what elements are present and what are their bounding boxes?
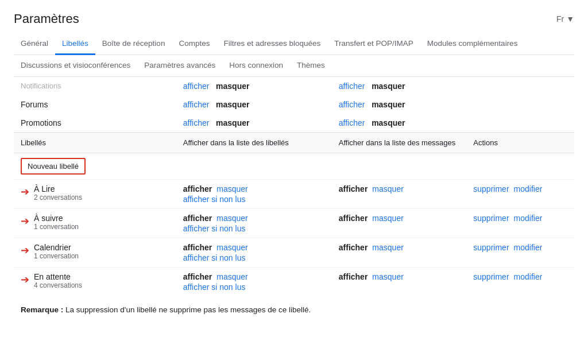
forums-show-col1[interactable]: afficher: [183, 100, 210, 109]
new-label-button[interactable]: Nouveau libellé: [21, 158, 86, 175]
label-show-col2: afficher: [339, 243, 368, 252]
col-header-show-messages: Afficher dans la liste des messages: [332, 133, 467, 153]
label-conversations: 1 conversation: [34, 223, 131, 231]
col-header-actions: Actions: [466, 133, 574, 153]
tab-addons[interactable]: Modules complémentaires: [420, 33, 525, 55]
label-edit[interactable]: modifier: [514, 272, 543, 281]
remark-row: Remarque : La suppression d'un libellé n…: [14, 296, 574, 319]
label-edit[interactable]: modifier: [514, 184, 543, 193]
table-row: Promotions afficher masquer afficher mas…: [14, 114, 574, 133]
tab-libelles[interactable]: Libellés: [55, 33, 95, 55]
label-show-col2: afficher: [339, 214, 368, 223]
label-show-col1: afficher: [183, 184, 212, 193]
table-row: Forums afficher masquer afficher masquer: [14, 95, 574, 114]
secondary-nav: Discussions et visioconférences Paramètr…: [14, 55, 574, 77]
label-if-unread-col1[interactable]: afficher si non lus: [183, 195, 246, 204]
notifications-show-col2[interactable]: afficher: [339, 82, 365, 91]
label-conversations: 4 conversations: [34, 281, 131, 289]
tab-filters[interactable]: Filtres et adresses bloquées: [216, 33, 327, 55]
label-name: À suivre: [34, 214, 131, 223]
label-if-unread-col1[interactable]: afficher si non lus: [183, 282, 246, 292]
label-if-unread-col1[interactable]: afficher si non lus: [183, 224, 246, 233]
label-show-col2: afficher: [339, 184, 368, 193]
remark-bold-label: Remarque :: [21, 305, 63, 314]
arrow-icon: ➔: [21, 273, 29, 286]
tab-accounts[interactable]: Comptes: [172, 33, 216, 55]
label-if-unread-col1[interactable]: afficher si non lus: [183, 253, 246, 262]
chevron-down-icon: ▼: [566, 14, 574, 24]
label-name: En attente: [34, 272, 131, 281]
tab-general[interactable]: Général: [14, 33, 55, 55]
label-hide-col2[interactable]: masquer: [372, 214, 403, 223]
tab-offline[interactable]: Hors connexion: [222, 55, 290, 77]
table-row: ➔ À Lire 2 conversations afficher masque…: [14, 180, 574, 209]
label-hide-col1[interactable]: masquer: [216, 243, 247, 252]
tab-advanced[interactable]: Paramètres avancés: [137, 55, 222, 77]
label-hide-col1[interactable]: masquer: [216, 272, 247, 281]
label-show-col2: afficher: [339, 272, 368, 281]
label-conversations: 1 conversation: [34, 252, 131, 260]
table-row: ➔ Calendrier 1 conversation afficher mas…: [14, 238, 574, 268]
label-show-col1: afficher: [183, 243, 212, 252]
notifications-show-col1[interactable]: afficher: [183, 82, 210, 91]
page-title: Paramètres: [14, 11, 79, 26]
label-hide-col2[interactable]: masquer: [372, 272, 403, 281]
arrow-icon: ➔: [21, 215, 29, 227]
label-hide-col2[interactable]: masquer: [372, 243, 403, 252]
label-delete[interactable]: supprimer: [473, 214, 509, 223]
labels-section-title: Libellés: [14, 133, 176, 153]
labels-section-header: Libellés Afficher dans la liste des libe…: [14, 133, 574, 153]
label-delete[interactable]: supprimer: [473, 272, 509, 281]
label-edit[interactable]: modifier: [514, 243, 543, 252]
lang-label: Fr: [556, 14, 564, 24]
tab-forwarding[interactable]: Transfert et POP/IMAP: [327, 33, 420, 55]
remark-text: La suppression d'un libellé ne supprime …: [65, 305, 311, 314]
tab-discussions[interactable]: Discussions et visioconférences: [14, 55, 137, 77]
primary-nav: Général Libellés Boîte de réception Comp…: [14, 33, 574, 55]
tab-inbox[interactable]: Boîte de réception: [95, 33, 172, 55]
forums-show-col2[interactable]: afficher: [339, 100, 365, 109]
label-hide-col2[interactable]: masquer: [372, 184, 403, 193]
arrow-icon: ➔: [21, 185, 29, 198]
label-delete[interactable]: supprimer: [473, 243, 509, 252]
lang-selector[interactable]: Fr ▼: [556, 14, 574, 24]
label-name: Calendrier: [34, 243, 131, 252]
arrow-icon: ➔: [21, 244, 29, 257]
label-hide-col1[interactable]: masquer: [216, 184, 247, 193]
table-row: Notifications afficher masquer afficher …: [14, 77, 574, 95]
label-show-col1: afficher: [183, 214, 212, 223]
table-row: ➔ À suivre 1 conversation afficher masqu…: [14, 209, 574, 238]
label-show-col1: afficher: [183, 272, 212, 281]
label-delete[interactable]: supprimer: [473, 184, 509, 193]
new-label-row: Nouveau libellé: [14, 153, 574, 180]
promotions-show-col2[interactable]: afficher: [339, 118, 365, 127]
col-header-show-list: Afficher dans la liste des libellés: [176, 133, 332, 153]
tab-themes[interactable]: Thèmes: [290, 55, 332, 77]
table-row: ➔ En attente 4 conversations afficher ma…: [14, 268, 574, 297]
promotions-show-col1[interactable]: afficher: [183, 118, 210, 127]
label-name: À Lire: [34, 184, 131, 193]
label-conversations: 2 conversations: [34, 193, 131, 202]
label-hide-col1[interactable]: masquer: [216, 214, 247, 223]
label-edit[interactable]: modifier: [514, 214, 543, 223]
